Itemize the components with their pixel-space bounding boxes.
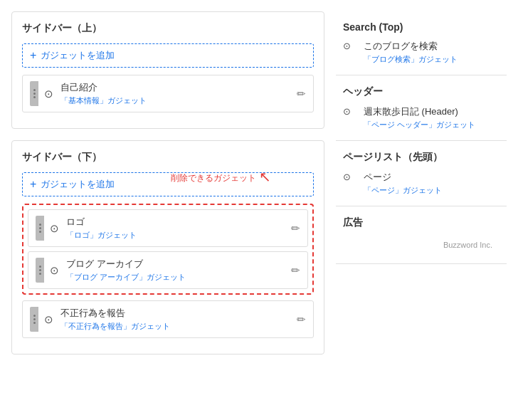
gadget-item-logo: ⊙ ロゴ 「ロゴ」ガジェット ✏	[28, 209, 308, 247]
add-gadget-bottom-label: ガジェットを追加	[41, 178, 115, 191]
right-section-header-title: ヘッダー	[343, 85, 500, 98]
drag-handle-logo[interactable]	[36, 216, 44, 241]
right-gadget-search: ⊙ このブログを検索 「ブログ検索」ガジェット	[343, 40, 500, 65]
right-gadget-desc-header: 「ページ ヘッダー」ガジェット	[364, 120, 475, 130]
left-column: サイドバー（上） + ガジェットを追加 ⊙ 自己紹介 「基本情報」ガジェット	[11, 11, 324, 409]
add-gadget-top-button[interactable]: + ガジェットを追加	[22, 43, 314, 68]
visibility-icon-logo[interactable]: ⊙	[50, 222, 59, 235]
annotation-arrow-icon: ↙	[259, 169, 271, 187]
right-section-pagelist: ページリスト（先頭） ⊙ ページ 「ページ」ガジェット	[336, 141, 507, 206]
right-section-pagelist-title: ページリスト（先頭）	[343, 151, 500, 164]
plus-icon: +	[30, 50, 36, 61]
drag-handle-archive[interactable]	[36, 258, 44, 283]
gadget-info-report: 不正行為を報告 「不正行為を報告」ガジェット	[60, 307, 291, 332]
gadget-info-jikoshoukai: 自己紹介 「基本情報」ガジェット	[60, 81, 291, 106]
gadget-info-archive: ブログ アーカイブ 「ブログ アーカイブ」ガジェット	[66, 258, 285, 283]
right-gadget-name-header: 週末散歩日記 (Header)	[364, 105, 475, 118]
gadget-item-jikoshoukai: ⊙ 自己紹介 「基本情報」ガジェット ✏	[22, 75, 314, 112]
visibility-icon-search[interactable]: ⊙	[343, 41, 351, 51]
edit-icon-logo[interactable]: ✏	[291, 222, 300, 235]
right-gadget-header: ⊙ 週末散歩日記 (Header) 「ページ ヘッダー」ガジェット	[343, 105, 500, 130]
deletable-gadgets-group: ⊙ ロゴ 「ロゴ」ガジェット ✏	[22, 204, 314, 295]
sidebar-bottom-section: サイドバー（下） + ガジェットを追加 削除できるガジェット ↙	[11, 140, 324, 355]
add-gadget-top-label: ガジェットを追加	[41, 49, 115, 62]
sidebar-top-section: サイドバー（上） + ガジェットを追加 ⊙ 自己紹介 「基本情報」ガジェット	[11, 11, 324, 129]
visibility-icon-pagelist[interactable]: ⊙	[343, 172, 351, 182]
right-section-ad: 広告 Buzzword Inc.	[336, 206, 507, 264]
visibility-icon-report[interactable]: ⊙	[44, 313, 53, 326]
right-section-search-title: Search (Top)	[343, 21, 500, 33]
right-gadget-info-pagelist: ページ 「ページ」ガジェット	[364, 171, 442, 196]
gadget-item-report: ⊙ 不正行為を報告 「不正行為を報告」ガジェット ✏	[22, 300, 314, 338]
edit-icon-archive[interactable]: ✏	[291, 264, 300, 277]
right-gadget-pagelist: ⊙ ページ 「ページ」ガジェット	[343, 171, 500, 196]
edit-icon-report[interactable]: ✏	[297, 313, 306, 326]
right-section-search: Search (Top) ⊙ このブログを検索 「ブログ検索」ガジェット	[336, 11, 507, 75]
buzzword-credit: Buzzword Inc.	[343, 236, 500, 253]
visibility-icon-jikoshoukai[interactable]: ⊙	[44, 88, 53, 100]
gadget-info-logo: ロゴ 「ロゴ」ガジェット	[66, 216, 285, 241]
gadget-name-archive: ブログ アーカイブ	[66, 258, 285, 271]
right-gadget-info-header: 週末散歩日記 (Header) 「ページ ヘッダー」ガジェット	[364, 105, 475, 130]
sidebar-top-title: サイドバー（上）	[22, 22, 314, 35]
drag-handle-report[interactable]	[30, 307, 38, 332]
visibility-icon-archive[interactable]: ⊙	[50, 264, 59, 277]
visibility-icon-header[interactable]: ⊙	[343, 106, 351, 117]
right-gadget-name-search: このブログを検索	[364, 40, 458, 53]
edit-icon-jikoshoukai[interactable]: ✏	[297, 88, 306, 100]
gadget-desc-archive: 「ブログ アーカイブ」ガジェット	[66, 272, 285, 283]
gadget-name-report: 不正行為を報告	[60, 307, 291, 320]
annotation-text: 削除できるガジェット	[171, 172, 256, 184]
annotation-container: 削除できるガジェット ↙	[171, 169, 271, 187]
right-gadget-name-pagelist: ページ	[364, 171, 442, 184]
sidebar-bottom-title: サイドバー（下）	[22, 151, 314, 164]
right-section-ad-title: 広告	[343, 216, 500, 229]
gadget-name-logo: ロゴ	[66, 216, 285, 229]
gadget-desc-logo: 「ロゴ」ガジェット	[66, 230, 285, 241]
right-gadget-info-search: このブログを検索 「ブログ検索」ガジェット	[364, 40, 458, 65]
plus-icon-bottom: +	[30, 179, 36, 190]
gadget-name-jikoshoukai: 自己紹介	[60, 81, 291, 94]
right-gadget-desc-pagelist: 「ページ」ガジェット	[364, 185, 442, 196]
gadget-desc-report: 「不正行為を報告」ガジェット	[60, 321, 291, 332]
right-gadget-desc-search: 「ブログ検索」ガジェット	[364, 54, 458, 65]
right-column: Search (Top) ⊙ このブログを検索 「ブログ検索」ガジェット ヘッダ…	[336, 11, 507, 409]
gadget-desc-jikoshoukai: 「基本情報」ガジェット	[60, 95, 291, 106]
drag-handle-jikoshoukai[interactable]	[30, 81, 38, 106]
gadget-item-archive: ⊙ ブログ アーカイブ 「ブログ アーカイブ」ガジェット ✏	[28, 251, 308, 289]
right-section-header: ヘッダー ⊙ 週末散歩日記 (Header) 「ページ ヘッダー」ガジェット	[336, 75, 507, 141]
